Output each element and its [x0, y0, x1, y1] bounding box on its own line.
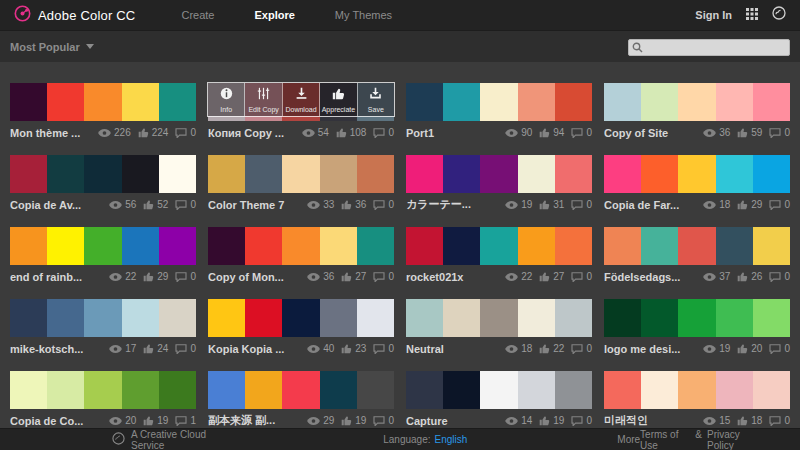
theme-palette[interactable] — [10, 155, 196, 193]
color-swatch[interactable] — [604, 299, 641, 337]
color-swatch[interactable] — [555, 299, 592, 337]
color-swatch[interactable] — [159, 83, 196, 121]
sign-in-button[interactable]: Sign In — [695, 9, 732, 21]
color-swatch[interactable] — [159, 371, 196, 409]
color-swatch[interactable] — [357, 299, 394, 337]
color-swatch[interactable] — [357, 227, 394, 265]
color-swatch[interactable] — [406, 371, 443, 409]
theme-name[interactable]: end of rainb... — [10, 271, 102, 283]
color-swatch[interactable] — [555, 83, 592, 121]
theme-name[interactable]: Копия Copy ... — [208, 127, 295, 139]
info-button[interactable]: Info — [208, 83, 245, 116]
color-swatch[interactable] — [443, 155, 480, 193]
color-swatch[interactable] — [443, 227, 480, 265]
color-swatch[interactable] — [320, 299, 357, 337]
color-swatch[interactable] — [282, 227, 319, 265]
color-swatch[interactable] — [245, 227, 282, 265]
theme-name[interactable]: Copia de Co... — [10, 415, 102, 427]
terms-link[interactable]: Terms of Use — [640, 429, 690, 450]
color-swatch[interactable] — [678, 227, 715, 265]
color-swatch[interactable] — [716, 299, 753, 337]
tab-explore[interactable]: Explore — [255, 9, 295, 21]
color-swatch[interactable] — [480, 227, 517, 265]
color-swatch[interactable] — [122, 299, 159, 337]
color-swatch[interactable] — [604, 83, 641, 121]
color-swatch[interactable] — [753, 299, 790, 337]
color-swatch[interactable] — [406, 227, 443, 265]
color-swatch[interactable] — [518, 83, 555, 121]
color-swatch[interactable] — [753, 227, 790, 265]
color-swatch[interactable] — [753, 83, 790, 121]
theme-palette[interactable] — [604, 371, 790, 409]
theme-name[interactable]: 副本来源 副... — [208, 413, 300, 428]
color-swatch[interactable] — [320, 227, 357, 265]
color-swatch[interactable] — [47, 371, 84, 409]
theme-name[interactable]: Color Theme 7 — [208, 199, 300, 211]
theme-name[interactable]: logo me desi... — [604, 343, 696, 355]
color-swatch[interactable] — [480, 83, 517, 121]
language-select[interactable]: English — [435, 434, 468, 445]
color-swatch[interactable] — [604, 227, 641, 265]
theme-palette[interactable] — [208, 155, 394, 193]
color-swatch[interactable] — [678, 371, 715, 409]
color-swatch[interactable] — [641, 371, 678, 409]
theme-palette[interactable] — [10, 83, 196, 121]
theme-palette[interactable] — [604, 155, 790, 193]
color-swatch[interactable] — [282, 299, 319, 337]
color-swatch[interactable] — [84, 371, 121, 409]
theme-palette[interactable] — [406, 371, 592, 409]
color-swatch[interactable] — [406, 299, 443, 337]
color-swatch[interactable] — [122, 227, 159, 265]
download-button[interactable]: Download — [283, 83, 320, 116]
theme-palette[interactable] — [406, 299, 592, 337]
color-swatch[interactable] — [122, 155, 159, 193]
theme-palette[interactable] — [406, 155, 592, 193]
color-swatch[interactable] — [84, 83, 121, 121]
color-swatch[interactable] — [604, 155, 641, 193]
color-swatch[interactable] — [159, 227, 196, 265]
theme-name[interactable]: カラーテー... — [406, 197, 498, 212]
color-swatch[interactable] — [443, 299, 480, 337]
theme-palette[interactable] — [406, 83, 592, 121]
privacy-link[interactable]: Privacy Policy — [707, 429, 760, 450]
color-swatch[interactable] — [678, 155, 715, 193]
color-swatch[interactable] — [555, 155, 592, 193]
color-swatch[interactable] — [716, 371, 753, 409]
color-swatch[interactable] — [282, 155, 319, 193]
color-swatch[interactable] — [10, 227, 47, 265]
theme-palette[interactable] — [10, 227, 196, 265]
theme-name[interactable]: Neutral — [406, 343, 498, 355]
theme-palette[interactable]: InfoEdit CopyDownloadAppreciateSave — [208, 83, 394, 121]
color-swatch[interactable] — [604, 371, 641, 409]
color-swatch[interactable] — [480, 155, 517, 193]
color-swatch[interactable] — [282, 371, 319, 409]
color-swatch[interactable] — [518, 299, 555, 337]
theme-palette[interactable] — [604, 83, 790, 121]
color-swatch[interactable] — [84, 227, 121, 265]
color-swatch[interactable] — [518, 371, 555, 409]
color-swatch[interactable] — [518, 227, 555, 265]
color-swatch[interactable] — [208, 299, 245, 337]
theme-palette[interactable] — [604, 227, 790, 265]
theme-name[interactable]: Mon thème ... — [10, 127, 91, 139]
theme-name[interactable]: Copia de Far... — [604, 199, 696, 211]
color-swatch[interactable] — [47, 227, 84, 265]
apps-grid-icon[interactable] — [746, 6, 758, 24]
color-swatch[interactable] — [159, 155, 196, 193]
color-swatch[interactable] — [753, 155, 790, 193]
color-swatch[interactable] — [122, 83, 159, 121]
color-swatch[interactable] — [357, 155, 394, 193]
theme-name[interactable]: Kopia Kopia ... — [208, 343, 300, 355]
color-swatch[interactable] — [641, 299, 678, 337]
appreciate-button[interactable]: Appreciate — [320, 83, 357, 116]
edit-copy-button[interactable]: Edit Copy — [245, 83, 282, 116]
color-swatch[interactable] — [716, 83, 753, 121]
color-swatch[interactable] — [480, 371, 517, 409]
color-swatch[interactable] — [10, 155, 47, 193]
theme-palette[interactable] — [406, 227, 592, 265]
creative-cloud-icon[interactable] — [772, 6, 786, 24]
color-swatch[interactable] — [10, 299, 47, 337]
color-swatch[interactable] — [641, 227, 678, 265]
color-swatch[interactable] — [10, 83, 47, 121]
color-swatch[interactable] — [320, 155, 357, 193]
